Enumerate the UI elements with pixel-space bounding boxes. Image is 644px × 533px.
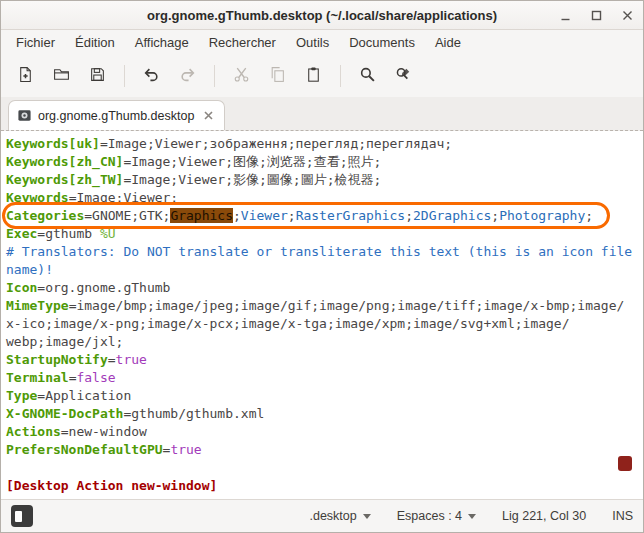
find-replace-icon xyxy=(395,66,412,86)
new-document-button[interactable] xyxy=(9,62,42,91)
cursor-position-label: Lig 221, Col 30 xyxy=(502,509,586,523)
code-token-plain: ; xyxy=(405,208,413,223)
code-line: StartupNotify=true xyxy=(6,351,643,369)
code-line: # Translators: Do NOT translate or trans… xyxy=(6,243,643,261)
tab-org-gnome-gthumb-desktop[interactable]: org.gnome.gThumb.desktop xyxy=(8,100,225,130)
open-document-button[interactable] xyxy=(45,62,78,91)
code-line: X-GNOME-DocPath=gthumb/gthumb.xml xyxy=(6,405,643,423)
menu-bar: FichierÉditionAffichageRechercherOutilsD… xyxy=(1,30,643,55)
code-token-key: Categories xyxy=(6,208,84,223)
input-mode-label: INS xyxy=(612,509,633,523)
code-token-key: Keywords[zh_CN] xyxy=(6,154,123,169)
cut-button xyxy=(225,62,258,91)
code-line: Actions=new-window xyxy=(6,423,643,441)
code-token-bool: false xyxy=(76,370,115,385)
code-token-key: Icon xyxy=(6,280,37,295)
menu-item-documents[interactable]: Documents xyxy=(340,32,424,53)
code-token-key: X-GNOME-DocPath xyxy=(6,406,123,421)
code-line: name)! xyxy=(6,261,643,279)
undo-icon xyxy=(143,66,160,86)
code-token-comment: # Translators: Do NOT translate or trans… xyxy=(6,244,632,259)
panel-toggle-button[interactable] xyxy=(11,505,33,527)
code-token-plain: ; xyxy=(585,208,593,223)
code-token-plain: = xyxy=(108,352,116,367)
code-token-plain: ; xyxy=(233,208,241,223)
save-document-icon xyxy=(89,66,106,86)
find-replace-button[interactable] xyxy=(387,62,420,91)
code-token-plain: =Application xyxy=(37,388,131,403)
code-line: Icon=org.gnome.gThumb xyxy=(6,279,643,297)
menu-item-affichage[interactable]: Affichage xyxy=(126,32,198,53)
undo-button[interactable] xyxy=(135,62,168,91)
code-token-cat: RasterGraphics xyxy=(296,208,406,223)
statusbar-right: .desktop Espaces : 4 Lig 221, Col 30 INS xyxy=(309,509,633,523)
code-token-plain: =gthumb xyxy=(37,226,100,241)
code-token-plain: x-ico;image/x-png;image/x-pcx;image/x-tg… xyxy=(6,316,570,331)
code-token-section: [Desktop Action new-window] xyxy=(6,478,217,493)
code-token-plain: =image/bmp;image/jpeg;image/gif;image/pn… xyxy=(69,298,625,313)
save-document-button[interactable] xyxy=(81,62,114,91)
menu-item-edition[interactable]: Édition xyxy=(66,32,124,53)
tab-close-button[interactable] xyxy=(200,108,216,124)
menu-item-fichier[interactable]: Fichier xyxy=(7,32,64,53)
tab-width-selector[interactable]: Espaces : 4 xyxy=(397,509,476,523)
code-token-key: Keywords[uk] xyxy=(6,136,100,151)
code-line: Keywords=Image;Viewer; xyxy=(6,189,643,207)
code-line: Keywords[zh_CN]=Image;Viewer;图像;浏览器;查看;照… xyxy=(6,153,643,171)
title-bar: org.gnome.gThumb.desktop (~/.local/share… xyxy=(1,1,643,30)
code-token-key: StartupNotify xyxy=(6,352,108,367)
code-token-key: PrefersNonDefaultGPU xyxy=(6,442,163,457)
menu-item-aide[interactable]: Aide xyxy=(426,32,470,53)
code-token-param: %U xyxy=(100,226,116,241)
tab-label: org.gnome.gThumb.desktop xyxy=(38,109,194,123)
code-token-cat: Photography xyxy=(499,208,585,223)
paste-icon xyxy=(305,66,322,86)
code-token-plain: =gthumb/gthumb.xml xyxy=(123,406,264,421)
code-line: x-ico;image/x-png;image/x-pcx;image/x-tg… xyxy=(6,315,643,333)
language-selector[interactable]: .desktop xyxy=(309,509,370,523)
search-icon xyxy=(359,66,376,86)
paste-button[interactable] xyxy=(297,62,330,91)
code-token-key: Exec xyxy=(6,226,37,241)
menu-item-rechercher[interactable]: Rechercher xyxy=(200,32,285,53)
new-document-icon xyxy=(17,66,34,86)
maximize-button[interactable] xyxy=(589,8,604,23)
code-token-sel: Graphics xyxy=(170,208,233,223)
copy-button xyxy=(261,62,294,91)
panel-toggle-icon xyxy=(15,511,22,522)
code-token-plain: ; xyxy=(288,208,296,223)
code-token-plain: =GNOME;GTK; xyxy=(84,208,170,223)
code-token-plain: =new-window xyxy=(61,424,147,439)
minimize-icon xyxy=(560,10,571,21)
code-token-comment: name)! xyxy=(6,262,53,277)
chevron-down-icon xyxy=(468,514,476,519)
code-token-cat: Viewer xyxy=(241,208,288,223)
code-line xyxy=(6,459,643,477)
toolbar-separator xyxy=(340,65,341,87)
minimize-button[interactable] xyxy=(558,8,573,23)
toolbar-separator xyxy=(214,65,215,87)
search-button[interactable] xyxy=(351,62,384,91)
code-token-plain: ; xyxy=(491,208,499,223)
scrollbar-marker[interactable] xyxy=(618,456,632,471)
redo-icon xyxy=(179,66,196,86)
code-line: Terminal=false xyxy=(6,369,643,387)
open-document-icon xyxy=(53,66,70,86)
code-line: MimeType=image/bmp;image/jpeg;image/gif;… xyxy=(6,297,643,315)
text-editor[interactable]: Keywords[uk]=Image;Viewer;зображення;пер… xyxy=(1,131,643,499)
toolbar xyxy=(1,55,643,97)
close-icon xyxy=(622,10,633,21)
input-mode: INS xyxy=(612,509,633,523)
code-line: PrefersNonDefaultGPU=true xyxy=(6,441,643,459)
menu-item-outils[interactable]: Outils xyxy=(287,32,338,53)
code-token-bool: true xyxy=(116,352,147,367)
gedit-window: org.gnome.gThumb.desktop (~/.local/share… xyxy=(0,0,644,533)
code-line: Type=Application xyxy=(6,387,643,405)
code-token-cat: 2DGraphics xyxy=(413,208,491,223)
code-line: Categories=GNOME;GTK;Graphics;Viewer;Ras… xyxy=(6,207,643,225)
code-token-key: Keywords[zh_TW] xyxy=(6,172,123,187)
close-button[interactable] xyxy=(620,8,635,23)
code-token-key: Keywords xyxy=(6,190,69,205)
code-token-plain: =Image;Viewer;影像;圖像;圖片;檢視器; xyxy=(123,172,381,187)
code-line: [Desktop Action new-window] xyxy=(6,477,643,495)
